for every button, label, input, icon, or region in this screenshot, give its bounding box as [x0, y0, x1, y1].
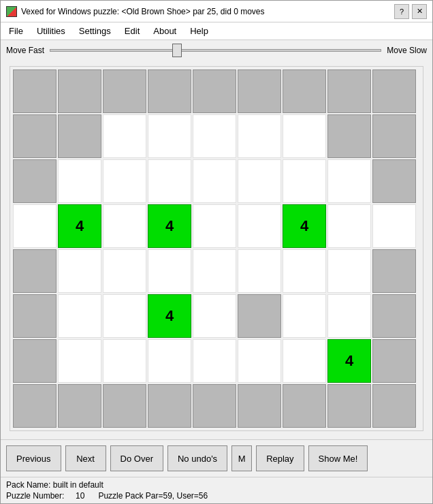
puzzle-area: 44444 [1, 61, 432, 439]
menu-file[interactable]: File [6, 25, 26, 37]
grid-cell [58, 159, 101, 203]
app-icon [6, 6, 17, 17]
grid-cell[interactable] [327, 114, 371, 158]
grid-cell[interactable] [238, 69, 281, 113]
speed-fast-label: Move Fast [6, 46, 44, 55]
grid-cell[interactable] [13, 159, 57, 203]
grid-cell[interactable] [148, 69, 191, 113]
grid-cell[interactable] [372, 339, 416, 383]
grid-cell[interactable] [13, 339, 57, 383]
grid-cell [327, 204, 371, 248]
grid-cell [327, 159, 371, 203]
grid-cell[interactable] [13, 384, 57, 428]
grid-cell[interactable] [372, 69, 416, 113]
no-undos-button[interactable]: No undo's [167, 445, 227, 471]
grid-cell [58, 339, 101, 383]
speed-slow-label: Move Slow [387, 46, 427, 55]
grid-cell [103, 294, 146, 338]
grid-cell[interactable] [13, 69, 57, 113]
menu-help[interactable]: Help [187, 25, 211, 37]
menu-edit[interactable]: Edit [122, 25, 142, 37]
replay-button[interactable]: Replay [256, 445, 304, 471]
grid-cell [238, 159, 281, 203]
grid-cell [103, 339, 146, 383]
grid-cell[interactable] [372, 294, 416, 338]
grid-cell[interactable]: 4 [327, 339, 371, 383]
grid-cell [327, 294, 371, 338]
grid-cell [193, 249, 236, 293]
grid-cell [103, 204, 146, 248]
speed-bar: Move Fast Move Slow [1, 40, 432, 61]
grid-cell[interactable] [13, 249, 57, 293]
do-over-button[interactable]: Do Over [110, 445, 163, 471]
grid-cell[interactable]: 4 [148, 294, 191, 338]
grid-cell[interactable] [193, 69, 236, 113]
grid-cell [193, 294, 236, 338]
grid-cell[interactable] [13, 294, 57, 338]
previous-button[interactable]: Previous [6, 445, 61, 471]
grid-cell[interactable] [283, 69, 326, 113]
grid-cell[interactable] [58, 69, 101, 113]
m-button[interactable]: M [231, 445, 252, 471]
grid-cell [148, 159, 191, 203]
grid-cell [283, 294, 326, 338]
grid-cell[interactable] [103, 69, 146, 113]
grid-cell [103, 114, 146, 158]
grid-cell [193, 114, 236, 158]
grid-cell [238, 339, 281, 383]
grid-cell [13, 204, 57, 248]
button-bar: Previous Next Do Over No undo's M Replay… [1, 439, 432, 477]
grid-cell [58, 249, 101, 293]
grid-cell [148, 339, 191, 383]
grid-cell [283, 339, 326, 383]
grid-cell[interactable] [193, 384, 236, 428]
grid-cell[interactable] [238, 384, 281, 428]
game-grid: 44444 [10, 66, 423, 431]
grid-cell [103, 159, 146, 203]
close-button[interactable]: ✕ [412, 4, 427, 19]
show-me-button[interactable]: Show Me! [308, 445, 368, 471]
speed-slider[interactable] [50, 49, 381, 52]
grid-cell[interactable] [58, 384, 101, 428]
grid-cell[interactable] [238, 294, 281, 338]
grid-cell [238, 114, 281, 158]
grid-cell [238, 249, 281, 293]
grid-cell [58, 294, 101, 338]
grid-cell [283, 114, 326, 158]
grid-cell [148, 249, 191, 293]
grid-cell[interactable] [283, 384, 326, 428]
grid-cell [283, 159, 326, 203]
grid-cell[interactable] [372, 384, 416, 428]
grid-cell[interactable] [103, 384, 146, 428]
menu-about[interactable]: About [150, 25, 179, 37]
status-bar: Pack Name: built in default Puzzle Numbe… [1, 477, 432, 503]
grid-cell[interactable] [58, 114, 101, 158]
window-title: Vexed for Windows puzzle: <Old Brown Sho… [21, 7, 265, 16]
menu-utilities[interactable]: Utilities [34, 25, 68, 37]
grid-cell [193, 204, 236, 248]
grid-cell [148, 114, 191, 158]
grid-cell[interactable] [372, 249, 416, 293]
grid-cell[interactable] [372, 114, 416, 158]
grid-cell[interactable]: 4 [58, 204, 101, 248]
grid-cell[interactable] [327, 69, 371, 113]
par-info: Puzzle Pack Par=59, User=56 [98, 491, 208, 501]
puzzle-label: Puzzle Number: [6, 491, 64, 501]
menu-settings[interactable]: Settings [76, 25, 114, 37]
next-button[interactable]: Next [65, 445, 106, 471]
help-button[interactable]: ? [394, 4, 409, 19]
grid-cell[interactable] [148, 384, 191, 428]
grid-cell [327, 249, 371, 293]
grid-cell [193, 339, 236, 383]
grid-cell[interactable]: 4 [283, 204, 326, 248]
pack-name: built in default [53, 480, 103, 490]
grid-cell[interactable] [372, 159, 416, 203]
grid-cell [193, 159, 236, 203]
grid-cell[interactable] [13, 114, 57, 158]
grid-cell [372, 204, 416, 248]
pack-label: Pack Name: [6, 480, 50, 490]
grid-cell[interactable] [327, 384, 371, 428]
menu-bar: File Utilities Settings Edit About Help [1, 22, 432, 40]
grid-cell[interactable]: 4 [148, 204, 191, 248]
title-bar: Vexed for Windows puzzle: <Old Brown Sho… [1, 1, 432, 22]
